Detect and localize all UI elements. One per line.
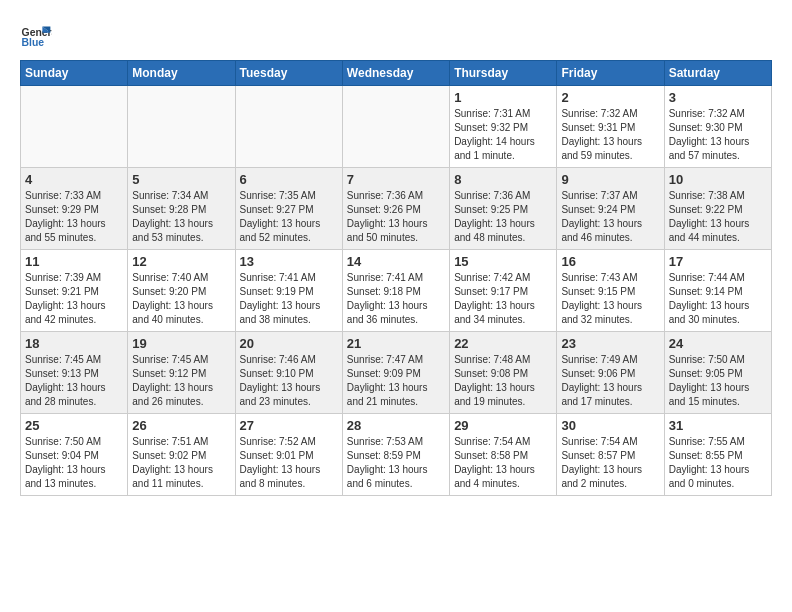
day-info: Sunrise: 7:51 AM Sunset: 9:02 PM Dayligh… xyxy=(132,435,230,491)
calendar-cell: 29Sunrise: 7:54 AM Sunset: 8:58 PM Dayli… xyxy=(450,414,557,496)
calendar-cell: 14Sunrise: 7:41 AM Sunset: 9:18 PM Dayli… xyxy=(342,250,449,332)
calendar-cell: 22Sunrise: 7:48 AM Sunset: 9:08 PM Dayli… xyxy=(450,332,557,414)
calendar-header-row: SundayMondayTuesdayWednesdayThursdayFrid… xyxy=(21,61,772,86)
calendar-cell: 15Sunrise: 7:42 AM Sunset: 9:17 PM Dayli… xyxy=(450,250,557,332)
calendar-week-row: 18Sunrise: 7:45 AM Sunset: 9:13 PM Dayli… xyxy=(21,332,772,414)
logo: General Blue xyxy=(20,20,52,52)
calendar-table: SundayMondayTuesdayWednesdayThursdayFrid… xyxy=(20,60,772,496)
day-number: 11 xyxy=(25,254,123,269)
calendar-cell: 6Sunrise: 7:35 AM Sunset: 9:27 PM Daylig… xyxy=(235,168,342,250)
day-number: 2 xyxy=(561,90,659,105)
day-number: 18 xyxy=(25,336,123,351)
day-number: 8 xyxy=(454,172,552,187)
day-info: Sunrise: 7:50 AM Sunset: 9:04 PM Dayligh… xyxy=(25,435,123,491)
day-number: 15 xyxy=(454,254,552,269)
day-info: Sunrise: 7:35 AM Sunset: 9:27 PM Dayligh… xyxy=(240,189,338,245)
calendar-cell: 19Sunrise: 7:45 AM Sunset: 9:12 PM Dayli… xyxy=(128,332,235,414)
day-info: Sunrise: 7:32 AM Sunset: 9:31 PM Dayligh… xyxy=(561,107,659,163)
calendar-cell: 1Sunrise: 7:31 AM Sunset: 9:32 PM Daylig… xyxy=(450,86,557,168)
calendar-cell: 18Sunrise: 7:45 AM Sunset: 9:13 PM Dayli… xyxy=(21,332,128,414)
day-info: Sunrise: 7:45 AM Sunset: 9:12 PM Dayligh… xyxy=(132,353,230,409)
weekday-header: Thursday xyxy=(450,61,557,86)
day-info: Sunrise: 7:43 AM Sunset: 9:15 PM Dayligh… xyxy=(561,271,659,327)
day-info: Sunrise: 7:54 AM Sunset: 8:57 PM Dayligh… xyxy=(561,435,659,491)
day-info: Sunrise: 7:49 AM Sunset: 9:06 PM Dayligh… xyxy=(561,353,659,409)
calendar-cell: 9Sunrise: 7:37 AM Sunset: 9:24 PM Daylig… xyxy=(557,168,664,250)
day-number: 20 xyxy=(240,336,338,351)
day-info: Sunrise: 7:48 AM Sunset: 9:08 PM Dayligh… xyxy=(454,353,552,409)
day-number: 3 xyxy=(669,90,767,105)
calendar-week-row: 4Sunrise: 7:33 AM Sunset: 9:29 PM Daylig… xyxy=(21,168,772,250)
logo-icon: General Blue xyxy=(20,20,52,52)
day-number: 7 xyxy=(347,172,445,187)
day-info: Sunrise: 7:32 AM Sunset: 9:30 PM Dayligh… xyxy=(669,107,767,163)
calendar-cell: 16Sunrise: 7:43 AM Sunset: 9:15 PM Dayli… xyxy=(557,250,664,332)
day-number: 12 xyxy=(132,254,230,269)
calendar-cell: 23Sunrise: 7:49 AM Sunset: 9:06 PM Dayli… xyxy=(557,332,664,414)
day-number: 22 xyxy=(454,336,552,351)
page-header: General Blue xyxy=(20,20,772,52)
day-number: 17 xyxy=(669,254,767,269)
day-info: Sunrise: 7:36 AM Sunset: 9:26 PM Dayligh… xyxy=(347,189,445,245)
calendar-cell: 7Sunrise: 7:36 AM Sunset: 9:26 PM Daylig… xyxy=(342,168,449,250)
day-number: 21 xyxy=(347,336,445,351)
day-number: 9 xyxy=(561,172,659,187)
day-info: Sunrise: 7:36 AM Sunset: 9:25 PM Dayligh… xyxy=(454,189,552,245)
day-number: 29 xyxy=(454,418,552,433)
calendar-cell: 25Sunrise: 7:50 AM Sunset: 9:04 PM Dayli… xyxy=(21,414,128,496)
calendar-cell: 24Sunrise: 7:50 AM Sunset: 9:05 PM Dayli… xyxy=(664,332,771,414)
calendar-cell: 13Sunrise: 7:41 AM Sunset: 9:19 PM Dayli… xyxy=(235,250,342,332)
calendar-cell: 12Sunrise: 7:40 AM Sunset: 9:20 PM Dayli… xyxy=(128,250,235,332)
calendar-cell xyxy=(21,86,128,168)
day-info: Sunrise: 7:41 AM Sunset: 9:19 PM Dayligh… xyxy=(240,271,338,327)
day-number: 31 xyxy=(669,418,767,433)
weekday-header: Tuesday xyxy=(235,61,342,86)
day-number: 1 xyxy=(454,90,552,105)
day-info: Sunrise: 7:31 AM Sunset: 9:32 PM Dayligh… xyxy=(454,107,552,163)
day-number: 6 xyxy=(240,172,338,187)
day-number: 5 xyxy=(132,172,230,187)
day-number: 13 xyxy=(240,254,338,269)
day-number: 14 xyxy=(347,254,445,269)
calendar-week-row: 1Sunrise: 7:31 AM Sunset: 9:32 PM Daylig… xyxy=(21,86,772,168)
calendar-cell xyxy=(342,86,449,168)
day-info: Sunrise: 7:38 AM Sunset: 9:22 PM Dayligh… xyxy=(669,189,767,245)
day-number: 4 xyxy=(25,172,123,187)
calendar-cell xyxy=(128,86,235,168)
day-number: 30 xyxy=(561,418,659,433)
day-info: Sunrise: 7:42 AM Sunset: 9:17 PM Dayligh… xyxy=(454,271,552,327)
calendar-cell: 2Sunrise: 7:32 AM Sunset: 9:31 PM Daylig… xyxy=(557,86,664,168)
day-info: Sunrise: 7:39 AM Sunset: 9:21 PM Dayligh… xyxy=(25,271,123,327)
calendar-cell: 3Sunrise: 7:32 AM Sunset: 9:30 PM Daylig… xyxy=(664,86,771,168)
day-info: Sunrise: 7:37 AM Sunset: 9:24 PM Dayligh… xyxy=(561,189,659,245)
calendar-cell: 20Sunrise: 7:46 AM Sunset: 9:10 PM Dayli… xyxy=(235,332,342,414)
calendar-cell: 30Sunrise: 7:54 AM Sunset: 8:57 PM Dayli… xyxy=(557,414,664,496)
calendar-cell: 10Sunrise: 7:38 AM Sunset: 9:22 PM Dayli… xyxy=(664,168,771,250)
svg-text:Blue: Blue xyxy=(22,37,45,48)
weekday-header: Friday xyxy=(557,61,664,86)
day-number: 27 xyxy=(240,418,338,433)
calendar-cell: 8Sunrise: 7:36 AM Sunset: 9:25 PM Daylig… xyxy=(450,168,557,250)
day-number: 19 xyxy=(132,336,230,351)
day-info: Sunrise: 7:47 AM Sunset: 9:09 PM Dayligh… xyxy=(347,353,445,409)
day-info: Sunrise: 7:40 AM Sunset: 9:20 PM Dayligh… xyxy=(132,271,230,327)
day-info: Sunrise: 7:52 AM Sunset: 9:01 PM Dayligh… xyxy=(240,435,338,491)
calendar-cell: 28Sunrise: 7:53 AM Sunset: 8:59 PM Dayli… xyxy=(342,414,449,496)
calendar-cell: 26Sunrise: 7:51 AM Sunset: 9:02 PM Dayli… xyxy=(128,414,235,496)
weekday-header: Saturday xyxy=(664,61,771,86)
calendar-week-row: 25Sunrise: 7:50 AM Sunset: 9:04 PM Dayli… xyxy=(21,414,772,496)
weekday-header: Monday xyxy=(128,61,235,86)
calendar-cell: 17Sunrise: 7:44 AM Sunset: 9:14 PM Dayli… xyxy=(664,250,771,332)
day-info: Sunrise: 7:53 AM Sunset: 8:59 PM Dayligh… xyxy=(347,435,445,491)
calendar-cell: 4Sunrise: 7:33 AM Sunset: 9:29 PM Daylig… xyxy=(21,168,128,250)
day-info: Sunrise: 7:41 AM Sunset: 9:18 PM Dayligh… xyxy=(347,271,445,327)
day-info: Sunrise: 7:55 AM Sunset: 8:55 PM Dayligh… xyxy=(669,435,767,491)
day-number: 23 xyxy=(561,336,659,351)
day-info: Sunrise: 7:34 AM Sunset: 9:28 PM Dayligh… xyxy=(132,189,230,245)
day-number: 16 xyxy=(561,254,659,269)
day-info: Sunrise: 7:54 AM Sunset: 8:58 PM Dayligh… xyxy=(454,435,552,491)
calendar-cell: 11Sunrise: 7:39 AM Sunset: 9:21 PM Dayli… xyxy=(21,250,128,332)
day-info: Sunrise: 7:46 AM Sunset: 9:10 PM Dayligh… xyxy=(240,353,338,409)
calendar-cell: 27Sunrise: 7:52 AM Sunset: 9:01 PM Dayli… xyxy=(235,414,342,496)
day-info: Sunrise: 7:45 AM Sunset: 9:13 PM Dayligh… xyxy=(25,353,123,409)
